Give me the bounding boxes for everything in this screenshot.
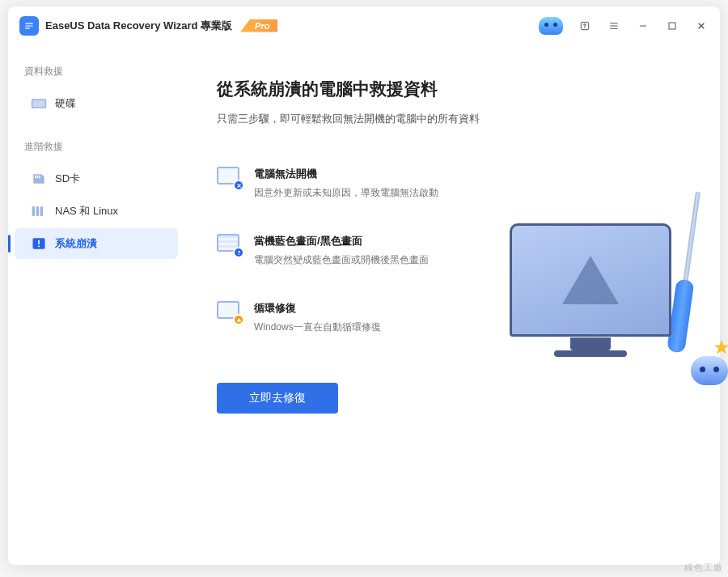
nas-icon bbox=[31, 205, 47, 218]
monitor-loop-icon bbox=[217, 301, 241, 322]
menu-icon[interactable] bbox=[607, 19, 621, 33]
app-body: 資料救援 硬碟 進階救援 SD卡 NAS 和 Linux bbox=[8, 45, 720, 565]
svg-rect-11 bbox=[38, 240, 40, 244]
titlebar: EaseUS Data Recovery Wizard 專業版 Pro bbox=[8, 6, 720, 45]
page-title: 從系統崩潰的電腦中救援資料 bbox=[217, 78, 688, 100]
feature-desc: 電腦突然變成藍色畫面或開機後黑色畫面 bbox=[254, 253, 429, 267]
feature-item-noboot: 電腦無法開機 因意外更新或未知原因，導致電腦無法啟動 bbox=[217, 167, 508, 200]
titlebar-controls bbox=[539, 17, 709, 35]
app-window: EaseUS Data Recovery Wizard 專業版 Pro 資料救援 bbox=[8, 6, 720, 565]
crash-illustration bbox=[502, 215, 728, 401]
close-button[interactable] bbox=[694, 19, 709, 33]
sidebar-item-disk[interactable]: 硬碟 bbox=[15, 88, 178, 119]
feature-title: 當機藍色畫面/黑色畫面 bbox=[254, 234, 429, 248]
svg-rect-9 bbox=[40, 206, 43, 216]
feature-list: 電腦無法開機 因意外更新或未知原因，導致電腦無法啟動 ? 當機藍色畫面/黑色畫面… bbox=[217, 167, 508, 334]
svg-rect-7 bbox=[32, 206, 35, 216]
sidebar-section-title-advanced: 進階救援 bbox=[8, 135, 184, 159]
page-subtitle: 只需三步驟，即可輕鬆救回無法開機的電腦中的所有資料 bbox=[217, 112, 688, 126]
watermark: 綠色工廠 bbox=[684, 562, 723, 574]
sidebar-item-crash[interactable]: 系統崩潰 bbox=[15, 228, 178, 259]
fix-now-button[interactable]: 立即去修復 bbox=[217, 383, 338, 414]
monitor-noboot-icon bbox=[217, 167, 241, 188]
maximize-button[interactable] bbox=[665, 19, 679, 33]
mascot-icon bbox=[688, 345, 728, 385]
disk-icon bbox=[31, 97, 47, 110]
feature-title: 電腦無法開機 bbox=[254, 167, 438, 181]
svg-rect-6 bbox=[39, 176, 40, 178]
feature-desc: Windows一直在自動循環修復 bbox=[254, 320, 381, 334]
crash-icon bbox=[31, 237, 47, 250]
svg-rect-8 bbox=[36, 206, 39, 216]
svg-rect-1 bbox=[669, 23, 675, 29]
svg-rect-5 bbox=[37, 176, 39, 178]
sidebar-item-sdcard[interactable]: SD卡 bbox=[15, 163, 178, 194]
sidebar-item-label: SD卡 bbox=[55, 172, 80, 186]
svg-text:?: ? bbox=[237, 250, 240, 256]
sidebar-item-label: 系統崩潰 bbox=[55, 236, 97, 251]
minimize-button[interactable] bbox=[636, 19, 650, 33]
monitor-illustration bbox=[510, 223, 671, 337]
main-content: 從系統崩潰的電腦中救援資料 只需三步驟，即可輕鬆救回無法開機的電腦中的所有資料 … bbox=[184, 45, 720, 565]
feature-item-bsod: ? 當機藍色畫面/黑色畫面 電腦突然變成藍色畫面或開機後黑色畫面 bbox=[217, 234, 508, 267]
sidebar-section-title-basic: 資料救援 bbox=[8, 60, 184, 83]
sidebar-item-label: 硬碟 bbox=[55, 96, 76, 111]
pro-badge: Pro bbox=[240, 19, 277, 32]
svg-rect-3 bbox=[33, 100, 45, 107]
app-logo-icon bbox=[19, 16, 39, 36]
feature-item-loop: 循環修復 Windows一直在自動循環修復 bbox=[217, 301, 508, 334]
feature-title: 循環修復 bbox=[254, 301, 381, 316]
assistant-robot-icon[interactable] bbox=[539, 17, 563, 35]
sdcard-icon bbox=[31, 172, 47, 185]
svg-rect-12 bbox=[38, 246, 40, 248]
screwdriver-icon bbox=[667, 190, 707, 353]
share-icon[interactable] bbox=[578, 19, 592, 33]
app-title: EaseUS Data Recovery Wizard 專業版 bbox=[45, 19, 232, 33]
sidebar-item-nas[interactable]: NAS 和 Linux bbox=[15, 196, 178, 227]
svg-rect-4 bbox=[35, 176, 36, 178]
monitor-bsod-icon: ? bbox=[217, 234, 241, 255]
sidebar: 資料救援 硬碟 進階救援 SD卡 NAS 和 Linux bbox=[8, 45, 184, 565]
feature-desc: 因意外更新或未知原因，導致電腦無法啟動 bbox=[254, 186, 438, 200]
sidebar-item-label: NAS 和 Linux bbox=[55, 204, 118, 218]
warning-triangle-icon bbox=[562, 256, 619, 304]
